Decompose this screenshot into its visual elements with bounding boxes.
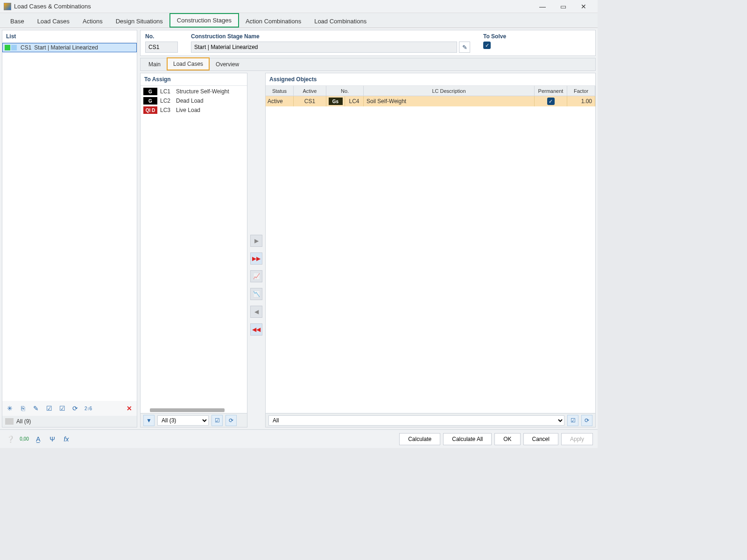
help-icon[interactable]: ❔ <box>5 434 16 445</box>
list-row-name: Start | Material Linearized <box>34 44 98 51</box>
lc-desc: Dead Load <box>176 98 204 104</box>
assign-filter-select[interactable]: All (3) <box>157 415 209 426</box>
copy-icon[interactable]: ⎘ <box>17 403 28 414</box>
tab-load-cases[interactable]: Load Cases <box>31 15 76 28</box>
assigned-table-head: Status Active No. LC Description Permane… <box>266 86 595 96</box>
ok-button[interactable]: OK <box>494 433 520 445</box>
list-filter[interactable]: All (9) <box>2 416 137 427</box>
filter-swatch-icon <box>5 418 14 425</box>
tab-action-combinations[interactable]: Action Combinations <box>239 15 308 28</box>
subtab-overview[interactable]: Overview <box>210 58 245 70</box>
th-active[interactable]: Active <box>294 86 326 96</box>
edit-icon[interactable]: ✎ <box>30 403 42 414</box>
edit-name-icon[interactable]: ✎ <box>459 42 470 53</box>
th-perm[interactable]: Permanent <box>535 86 567 96</box>
chart-remove-icon[interactable]: 📉 <box>250 288 262 300</box>
close-button[interactable]: ✕ <box>573 0 594 13</box>
cancel-button[interactable]: Cancel <box>523 433 558 445</box>
filter-icon[interactable]: ▼ <box>143 415 155 426</box>
tab-load-combinations[interactable]: Load Combinations <box>308 15 373 28</box>
calculate-button[interactable]: Calculate <box>399 433 440 445</box>
tab-construction-stages[interactable]: Construction Stages <box>169 13 239 28</box>
th-desc[interactable]: LC Description <box>364 86 535 96</box>
assigned-filter-bar: All ☑ ⟳ <box>266 413 595 427</box>
move-all-right-icon[interactable]: ▶▶ <box>250 252 262 265</box>
footer: ❔ 0,00 A̲ Ψ fx Calculate Calculate All O… <box>0 429 598 448</box>
no-label: No. <box>145 33 178 40</box>
move-left-icon[interactable]: ◀ <box>250 306 262 318</box>
subtab-main[interactable]: Main <box>142 58 167 70</box>
assigned-filter-select[interactable]: All <box>268 415 564 426</box>
lc-desc: Structure Self-Weight <box>176 88 229 95</box>
th-factor[interactable]: Factor <box>567 86 595 96</box>
new-icon[interactable]: ✳ <box>4 403 15 414</box>
lc-code: LC3 <box>160 107 173 113</box>
table-row[interactable]: Active CS1 Gs LC4 Soil Self-Weight ✓ 1.0… <box>266 96 595 106</box>
lc-code: LC1 <box>160 88 173 95</box>
sync-icon[interactable]: ⟳ <box>226 415 237 426</box>
calculate-all-button[interactable]: Calculate All <box>443 433 492 445</box>
tab-actions[interactable]: Actions <box>76 15 109 28</box>
subtabstrip: Main Load Cases Overview <box>140 58 596 71</box>
move-all-left-icon[interactable]: ◀◀ <box>250 323 262 336</box>
list-toolbar: ✳ ⎘ ✎ ☑ ☑ ⟳ 2↕6 ✕ <box>2 401 137 416</box>
swatch-icon <box>5 45 10 50</box>
checktoggle-icon[interactable]: ☑ <box>56 403 68 414</box>
td-no: LC4 <box>345 96 364 106</box>
main-tabstrip: Base Load Cases Actions Design Situation… <box>0 13 598 28</box>
apply-button[interactable]: Apply <box>561 433 593 445</box>
perm-checkbox[interactable]: ✓ <box>547 98 555 105</box>
checkall-icon[interactable]: ☑ <box>43 403 55 414</box>
assign-filter-bar: ▼ All (3) ☑ ⟳ <box>141 413 247 427</box>
checkall-icon[interactable]: ☑ <box>211 415 223 426</box>
name-input[interactable] <box>191 42 457 53</box>
name-label: Construction Stage Name <box>191 33 470 40</box>
checkall-icon[interactable]: ☑ <box>567 415 578 426</box>
assigned-table-body[interactable]: Active CS1 Gs LC4 Soil Self-Weight ✓ 1.0… <box>266 96 595 413</box>
delete-icon[interactable]: ✕ <box>124 403 135 414</box>
to-assign-panel: To Assign G LC1 Structure Self-Weight G … <box>140 73 247 427</box>
swatch-icon <box>11 45 17 50</box>
sync-icon[interactable]: ⟳ <box>581 415 592 426</box>
assign-row[interactable]: QI D LC3 Live Load <box>141 105 246 115</box>
chart-add-icon[interactable]: 📈 <box>250 270 262 282</box>
fx-icon[interactable]: fx <box>61 434 72 445</box>
th-status[interactable]: Status <box>266 86 294 96</box>
transfer-buttons: ▶ ▶▶ 📈 📉 ◀ ◀◀ <box>249 73 263 427</box>
units-icon[interactable]: 0,00 <box>19 434 30 445</box>
assigned-header: Assigned Objects <box>266 73 595 86</box>
no-input[interactable] <box>145 42 178 53</box>
move-right-icon[interactable]: ▶ <box>250 235 262 247</box>
window-title: Load Cases & Combinations <box>14 3 532 10</box>
to-assign-list[interactable]: G LC1 Structure Self-Weight G LC2 Dead L… <box>141 86 247 407</box>
list-body[interactable]: CS1 Start | Material Linearized <box>2 43 137 401</box>
assign-row[interactable]: G LC2 Dead Load <box>141 96 246 105</box>
td-status: Active <box>266 96 294 106</box>
tab-design-situations[interactable]: Design Situations <box>109 15 169 28</box>
lc-desc: Live Load <box>176 107 200 113</box>
solve-label: To Solve <box>483 33 591 40</box>
category-badge: G <box>143 97 157 105</box>
category-badge: QI D <box>143 106 157 114</box>
list-filter-label: All (9) <box>16 418 31 425</box>
td-active: CS1 <box>294 96 326 106</box>
lc-code: LC2 <box>160 98 173 104</box>
td-factor: 1.00 <box>567 96 595 106</box>
th-no[interactable]: No. <box>326 86 364 96</box>
funnel-icon[interactable]: Ψ <box>47 434 58 445</box>
minimize-button[interactable]: — <box>532 0 553 13</box>
text-icon[interactable]: A̲ <box>33 434 44 445</box>
list-header: List <box>2 30 137 43</box>
subtab-load-cases[interactable]: Load Cases <box>167 57 210 70</box>
maximize-button[interactable]: ▭ <box>553 0 573 13</box>
sync-icon[interactable]: ⟳ <box>70 403 81 414</box>
assign-row[interactable]: G LC1 Structure Self-Weight <box>141 87 246 96</box>
list-panel: List CS1 Start | Material Linearized ✳ ⎘… <box>2 30 137 427</box>
list-row-code: CS1 <box>21 44 31 51</box>
solve-checkbox[interactable]: ✓ <box>483 42 491 49</box>
renum-icon[interactable]: 2↕6 <box>83 403 94 414</box>
app-icon <box>4 3 11 10</box>
list-row[interactable]: CS1 Start | Material Linearized <box>2 43 137 52</box>
scrollbar[interactable] <box>150 408 225 412</box>
tab-base[interactable]: Base <box>4 15 31 28</box>
